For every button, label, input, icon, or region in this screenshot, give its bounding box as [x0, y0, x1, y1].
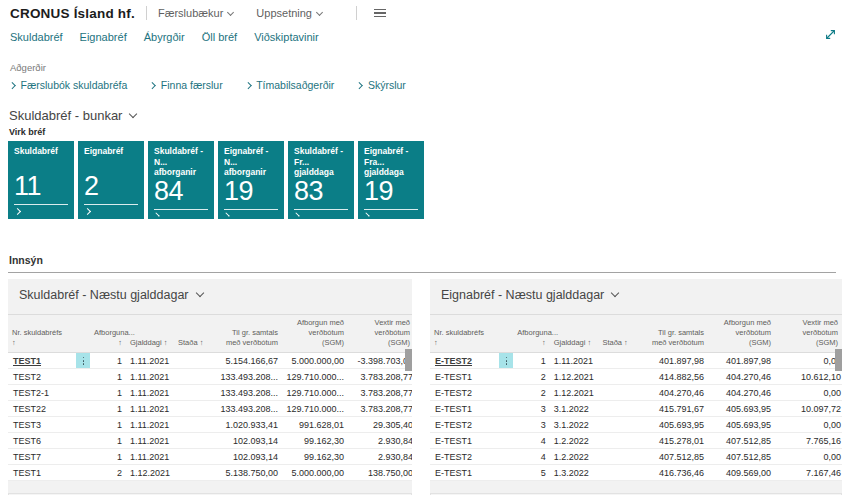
table-row[interactable]: E-TEST151.3.2022416.736,46409.569,007.16…: [430, 465, 842, 481]
column-header[interactable]: Staða ↑: [598, 315, 630, 353]
cell-row-menu: [72, 433, 90, 449]
table-row[interactable]: TEST121.12.20215.138.750,005.000.000,001…: [8, 465, 412, 481]
table-row[interactable]: TEST2-111.11.2021133.493.208...129.710.0…: [8, 385, 412, 401]
document-no-link[interactable]: E-TEST2: [435, 388, 472, 398]
cue-tile-skuldabref-framhja-gjalddaga[interactable]: Skuldabréf - Fr...gjalddaga 83: [288, 141, 354, 219]
vertical-scrollbar-thumb[interactable]: [835, 349, 842, 371]
hamburger-menu-icon[interactable]: [374, 9, 386, 18]
cue-tile-eignabref-naestu-afborganir[interactable]: Eignabréf - N...afborganir 19: [218, 141, 284, 219]
tab-oll-bref[interactable]: Öll bréf: [202, 31, 237, 43]
document-no-link[interactable]: E-TEST1: [435, 468, 472, 478]
cue-tile-eignabref-framhja-gjalddaga[interactable]: Eignabréf - Fra...gjalddaga 19: [358, 141, 424, 219]
row-context-menu-button[interactable]: [76, 353, 90, 368]
business-central-page: CRONUS Ísland hf. Færslubækur Uppsetning…: [0, 0, 842, 495]
table-row[interactable]: TEST611.11.2021102.093,1499.162,302.930,…: [8, 433, 412, 449]
table-row[interactable]: E-TEST241.2.2022407.512,85407.512,850,00: [430, 449, 842, 465]
cell-row-menu: [495, 401, 513, 417]
table-row[interactable]: TEST311.11.20211.020.933,41991.628,0129.…: [8, 417, 412, 433]
column-header[interactable]: Vextir meðverðbótum(SGM): [775, 315, 842, 353]
tab-eignabref[interactable]: Eignabréf: [80, 31, 127, 43]
action-timabilsadgerdir[interactable]: Tímabilsaðgerðir: [246, 79, 335, 91]
table-row[interactable]: E-TEST211.11.2021401.897,98401.897,980,0…: [430, 353, 842, 369]
cell-row-menu: [495, 465, 513, 481]
document-no-link[interactable]: TEST7: [13, 452, 41, 462]
action-skyrslur[interactable]: Skýrslur: [357, 79, 405, 91]
document-no-link[interactable]: TEST1: [13, 468, 41, 478]
cell-row-menu: [72, 401, 90, 417]
tab-vidskiptavinir[interactable]: Viðskiptavinir: [254, 31, 319, 43]
cell: [598, 417, 630, 433]
column-header[interactable]: Staða ↑: [174, 315, 206, 353]
table-row[interactable]: E-TEST133.1.2022415.791,67405.693,9510.0…: [430, 401, 842, 417]
chevron-down-icon: [195, 289, 203, 297]
expand-icon[interactable]: [825, 26, 836, 44]
document-no-link[interactable]: TEST2-1: [13, 388, 49, 398]
chevron-right-icon: [14, 208, 21, 215]
document-no-link[interactable]: E-TEST2: [435, 420, 472, 430]
column-header[interactable]: Afborgun meðverðbótum(SGM): [708, 315, 775, 353]
card-heading[interactable]: Eignabréf - Næstu gjalddagar: [430, 279, 842, 302]
menu-uppsetning[interactable]: Uppsetning: [256, 7, 322, 19]
cell: 133.493.208...: [206, 401, 282, 417]
action-finna-ferslur[interactable]: Finna færslur: [150, 79, 222, 91]
row-context-menu-button[interactable]: [499, 353, 513, 368]
cell: 129.710.000...: [282, 369, 348, 385]
cell: 10.612,10: [775, 369, 842, 385]
document-no-link[interactable]: E-TEST2: [435, 452, 472, 462]
column-header[interactable]: Afborguna...↑: [513, 315, 550, 353]
vertical-scrollbar-thumb[interactable]: [405, 349, 412, 371]
cell: 1: [90, 449, 126, 465]
cue-tile-skuldabref-naestu-afborganir[interactable]: Skuldabréf - N...afborganir 84: [148, 141, 214, 219]
document-no-link[interactable]: E-TEST2: [435, 356, 472, 366]
document-no-link[interactable]: TEST3: [13, 420, 41, 430]
column-header[interactable]: Afborguna...↑: [90, 315, 126, 353]
table-row[interactable]: TEST2211.11.2021133.493.208...129.710.00…: [8, 401, 412, 417]
column-header[interactable]: Nr. skuldabréfs↑: [430, 315, 513, 353]
table-row[interactable]: E-TEST141.2.2022415.278,01407.512,857.76…: [430, 433, 842, 449]
table-row[interactable]: E-TEST233.1.2022405.693,95405.693,950,00: [430, 417, 842, 433]
table-row[interactable]: E-TEST221.12.2021404.270,46404.270,460,0…: [430, 385, 842, 401]
document-no-link[interactable]: E-TEST1: [435, 436, 472, 446]
cell: 3.783.208,77: [348, 401, 412, 417]
cues-heading[interactable]: Skuldabréf - bunkar: [9, 108, 842, 123]
cell: 1.11.2021: [126, 385, 174, 401]
menu-ferslubaekur[interactable]: Færslubækur: [158, 7, 233, 19]
cell: [598, 353, 630, 369]
document-no-link[interactable]: E-TEST1: [435, 404, 472, 414]
tab-skuldabref[interactable]: Skuldabréf: [10, 31, 63, 43]
document-no-link[interactable]: TEST6: [13, 436, 41, 446]
table-row[interactable]: TEST111.11.20215.154.166,675.000.000,00-…: [8, 353, 412, 369]
tab-abyrgdir[interactable]: Ábyrgðir: [144, 31, 185, 43]
document-no-link[interactable]: E-TEST1: [435, 372, 472, 382]
cell: 102.093,14: [206, 433, 282, 449]
column-header[interactable]: Afborgun meðverðbótum(SGM): [282, 315, 348, 353]
cell-document-no: E-TEST2: [430, 417, 495, 433]
table-row[interactable]: TEST211.11.2021133.493.208...129.710.000…: [8, 369, 412, 385]
card-heading[interactable]: Skuldabréf - Næstu gjalddagar: [8, 279, 412, 302]
table-row[interactable]: TEST711.11.2021102.093,1499.162,302.930,…: [8, 449, 412, 465]
cell: 1: [90, 353, 126, 369]
document-no-link[interactable]: TEST22: [13, 404, 46, 414]
document-no-link[interactable]: TEST1: [13, 356, 41, 366]
cue-tile-eignabref[interactable]: Eignabréf 2: [78, 141, 144, 219]
action-ferslubok-skuldabrefa[interactable]: Færslubók skuldabréfa: [10, 79, 127, 91]
cell-row-menu: [72, 353, 90, 369]
company-name[interactable]: CRONUS Ísland hf.: [10, 6, 135, 21]
document-no-link[interactable]: TEST2: [13, 372, 41, 382]
cell-row-menu: [72, 465, 90, 481]
column-header[interactable]: Nr. skuldabréfs↑: [8, 315, 90, 353]
cell: 415.791,67: [631, 401, 708, 417]
column-header[interactable]: Vextir meðverðbótum(SGM): [348, 315, 412, 353]
cell: [174, 433, 206, 449]
cue-tile-skuldabref[interactable]: Skuldabréf 11: [8, 141, 74, 219]
cell: 29.305,40: [348, 417, 412, 433]
table-row[interactable]: E-TEST121.12.2021414.882,56404.270,4610.…: [430, 369, 842, 385]
cell: [174, 417, 206, 433]
cell: 407.512,85: [708, 449, 775, 465]
cell: 415.278,01: [631, 433, 708, 449]
cell: 5.000.000,00: [282, 465, 348, 481]
column-header[interactable]: Til gr. samtalsmeð verðbótum: [206, 315, 282, 353]
cell: 1.11.2021: [126, 417, 174, 433]
cell: 3.783.208,77: [348, 385, 412, 401]
column-header[interactable]: Til gr. samtalsmeð verðbótum: [631, 315, 708, 353]
